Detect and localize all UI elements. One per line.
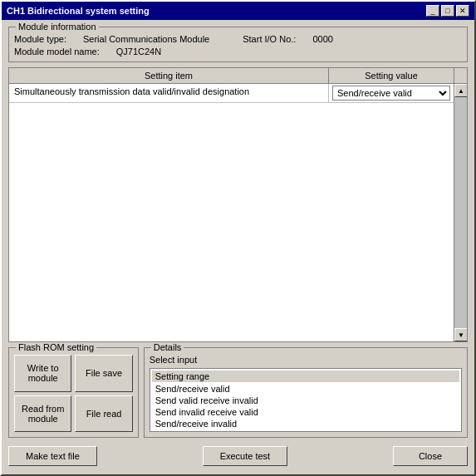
close-button-footer[interactable]: Close: [393, 446, 468, 466]
window-title: CH1 Bidirectional system setting: [7, 6, 150, 16]
model-name-label: Module model name:: [14, 47, 100, 56]
module-type-value: Serial Communications Module: [83, 34, 209, 44]
module-info-label: Module information: [16, 22, 99, 32]
table-headers: Setting item Setting value: [9, 68, 454, 83]
setting-value-cell[interactable]: Send/receive valid Send valid receive in…: [329, 84, 454, 102]
table-body: Simultaneously transmission data valid/i…: [9, 84, 467, 341]
details-label: Details: [151, 342, 184, 352]
footer-buttons: Make text file Execute test Close: [8, 443, 468, 468]
setting-range-header: Setting range: [152, 370, 459, 382]
start-io-value: 0000: [312, 34, 332, 44]
scrollbar-header-spacer: [454, 68, 467, 83]
close-button[interactable]: ✕: [456, 5, 469, 17]
table-rows[interactable]: Simultaneously transmission data valid/i…: [9, 84, 454, 341]
title-bar: CH1 Bidirectional system setting _ □ ✕: [2, 2, 474, 20]
scroll-up-button[interactable]: ▲: [454, 84, 467, 97]
setting-item-header: Setting item: [9, 68, 329, 83]
module-info-content: Module type: Serial Communications Modul…: [14, 34, 462, 56]
module-info-group: Module information Module type: Serial C…: [8, 27, 468, 62]
write-to-module-button[interactable]: Write tomodule: [14, 355, 71, 392]
minimize-button[interactable]: _: [426, 5, 439, 17]
module-info-row1: Module type: Serial Communications Modul…: [14, 34, 462, 44]
flash-rom-group: Flash ROM setting Write tomodule File sa…: [8, 347, 139, 438]
send-receive-valid-item[interactable]: Send/receive valid: [152, 383, 459, 395]
start-io-label: Start I/O No.:: [243, 34, 296, 44]
maximize-button[interactable]: □: [441, 5, 454, 17]
scroll-down-button[interactable]: ▼: [454, 328, 467, 341]
title-bar-controls: _ □ ✕: [426, 5, 469, 17]
bottom-section: Flash ROM setting Write tomodule File sa…: [8, 347, 468, 438]
settings-table: Setting item Setting value Simultaneousl…: [8, 67, 468, 342]
file-save-button[interactable]: File save: [75, 355, 132, 392]
window-content: Module information Module type: Serial C…: [2, 20, 474, 474]
details-group: Details Select input Setting range Send/…: [144, 347, 468, 438]
send-receive-invalid-item[interactable]: Send/receive invalid: [152, 418, 459, 429]
setting-item-cell: Simultaneously transmission data valid/i…: [9, 84, 329, 102]
scroll-thumb[interactable]: [454, 97, 467, 328]
select-input-label: Select input: [150, 355, 462, 365]
make-text-file-button[interactable]: Make text file: [8, 446, 97, 466]
flash-rom-label: Flash ROM setting: [16, 342, 96, 352]
model-name-value: QJ71C24N: [116, 47, 161, 56]
details-list[interactable]: Setting range Send/receive valid Send va…: [150, 368, 462, 432]
execute-test-button[interactable]: Execute test: [203, 446, 288, 466]
send-valid-receive-invalid-item[interactable]: Send valid receive invalid: [152, 395, 459, 406]
table-header-row: Setting item Setting value: [9, 68, 467, 84]
setting-value-header: Setting value: [329, 68, 454, 83]
table-row[interactable]: Simultaneously transmission data valid/i…: [9, 84, 454, 103]
send-invalid-receive-valid-item[interactable]: Send invalid receive valid: [152, 406, 459, 418]
main-window: CH1 Bidirectional system setting _ □ ✕ M…: [0, 0, 476, 476]
setting-value-select[interactable]: Send/receive valid Send valid receive in…: [332, 86, 450, 101]
file-read-button[interactable]: File read: [75, 395, 132, 433]
module-type-label: Module type:: [14, 34, 66, 44]
module-info-row2: Module model name: QJ71C24N: [14, 47, 462, 56]
read-from-module-button[interactable]: Read frommodule: [14, 395, 71, 433]
vertical-scrollbar[interactable]: ▲ ▼: [454, 84, 467, 341]
